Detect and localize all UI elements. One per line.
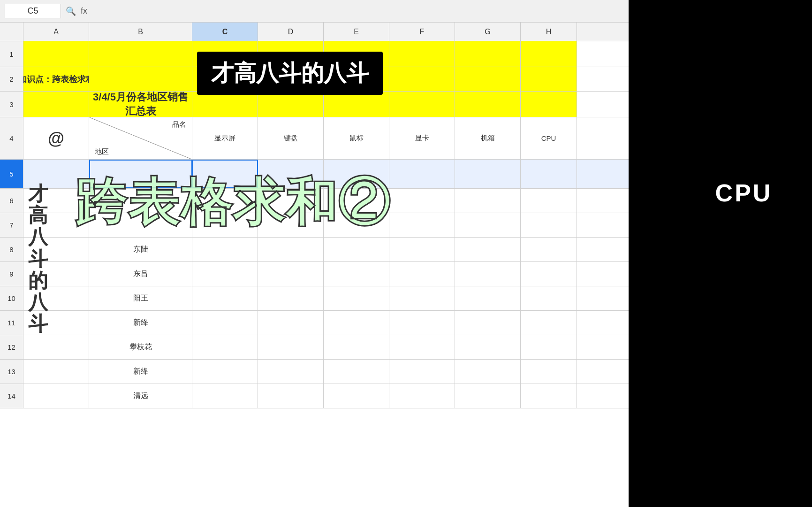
cell-g12[interactable] [455,335,521,359]
cell-e2[interactable] [324,67,389,91]
cell-f4[interactable]: 显卡 [389,117,455,159]
cell-g7[interactable] [455,213,521,237]
cell-b1[interactable] [89,41,192,67]
cell-d3[interactable] [258,92,324,117]
cell-h6[interactable] [521,189,577,213]
cell-e9[interactable] [324,262,389,286]
cell-c8[interactable] [192,238,258,261]
col-header-e[interactable]: E [324,23,389,41]
cell-h13[interactable] [521,360,577,384]
cell-d12[interactable] [258,335,324,359]
cell-e4[interactable]: 鼠标 [324,117,389,159]
cell-a12[interactable] [23,335,89,359]
cell-g1[interactable] [455,41,521,67]
cell-c9[interactable] [192,262,258,286]
cell-c3[interactable] [192,92,258,117]
cell-d5[interactable] [258,160,324,188]
cell-e12[interactable] [324,335,389,359]
cell-d13[interactable] [258,360,324,384]
cell-a1[interactable] [23,41,89,67]
row-header-5[interactable]: 5 [0,160,23,188]
cell-e11[interactable] [324,311,389,335]
cell-b8[interactable]: 东陆 [89,238,192,261]
cell-b2[interactable] [89,67,192,91]
cell-d10[interactable] [258,286,324,310]
row-header-9[interactable]: 9 [0,262,23,286]
cell-g2[interactable] [455,67,521,91]
col-header-c[interactable]: C [192,23,258,41]
cell-c11[interactable] [192,311,258,335]
cell-g5[interactable] [455,160,521,188]
cell-c13[interactable] [192,360,258,384]
cell-d7[interactable] [258,213,324,237]
cell-f7[interactable] [389,213,455,237]
cell-a8[interactable] [23,238,89,261]
cell-f5[interactable] [389,160,455,188]
cell-e6[interactable] [324,189,389,213]
cell-h5[interactable] [521,160,577,188]
col-header-b[interactable]: B [89,23,192,41]
col-header-h[interactable]: H [521,23,577,41]
cell-a9[interactable] [23,262,89,286]
cell-e10[interactable] [324,286,389,310]
cell-b6[interactable] [89,189,192,213]
cell-d4[interactable]: 键盘 [258,117,324,159]
cell-g13[interactable] [455,360,521,384]
cell-d2[interactable] [258,67,324,91]
cell-h10[interactable] [521,286,577,310]
row-header-3[interactable]: 3 [0,92,23,117]
col-header-g[interactable]: G [455,23,521,41]
col-header-a[interactable]: A [23,23,89,41]
cell-h1[interactable] [521,41,577,67]
cell-h7[interactable] [521,213,577,237]
cell-e13[interactable] [324,360,389,384]
cell-g3[interactable] [455,92,521,117]
cell-f8[interactable] [389,238,455,261]
cell-g4[interactable]: 机箱 [455,117,521,159]
cell-b7[interactable] [89,213,192,237]
cell-b4-diagonal[interactable]: 品名 地区 [89,117,192,159]
cell-h2[interactable] [521,67,577,91]
cell-e5[interactable] [324,160,389,188]
cell-g11[interactable] [455,311,521,335]
cell-a4[interactable]: @ [23,117,89,159]
row-header-1[interactable]: 1 [0,41,23,67]
cell-h9[interactable] [521,262,577,286]
row-header-14[interactable]: 14 [0,384,23,408]
cell-g6[interactable] [455,189,521,213]
cell-g10[interactable] [455,286,521,310]
cell-h14[interactable] [521,384,577,408]
cell-c7[interactable] [192,213,258,237]
row-header-8[interactable]: 8 [0,238,23,261]
cell-a2[interactable]: 知识点：跨表检求积 [23,67,89,91]
cell-c2[interactable] [192,67,258,91]
col-header-f[interactable]: F [389,23,455,41]
cell-b14[interactable]: 清远 [89,384,192,408]
cell-d14[interactable] [258,384,324,408]
cell-d8[interactable] [258,238,324,261]
cell-c12[interactable] [192,335,258,359]
cell-a3[interactable] [23,92,89,117]
cell-b3[interactable]: 3/4/5月份各地区销售汇总表 [89,92,192,117]
cell-f12[interactable] [389,335,455,359]
row-header-12[interactable]: 12 [0,335,23,359]
cell-b13[interactable]: 新绛 [89,360,192,384]
cell-a14[interactable] [23,384,89,408]
cell-b11[interactable]: 新绛 [89,311,192,335]
row-header-10[interactable]: 10 [0,286,23,310]
row-header-4[interactable]: 4 [0,117,23,159]
cell-h8[interactable] [521,238,577,261]
cell-f3[interactable] [389,92,455,117]
col-header-d[interactable]: D [258,23,324,41]
cell-c10[interactable] [192,286,258,310]
cell-f10[interactable] [389,286,455,310]
cell-e3[interactable] [324,92,389,117]
cell-d1[interactable] [258,41,324,67]
cell-d6[interactable] [258,189,324,213]
cell-a11[interactable] [23,311,89,335]
cell-f2[interactable] [389,67,455,91]
cell-f1[interactable] [389,41,455,67]
cell-b10[interactable]: 阳王 [89,286,192,310]
cell-a5[interactable] [23,160,89,188]
cell-b9[interactable]: 东吕 [89,262,192,286]
